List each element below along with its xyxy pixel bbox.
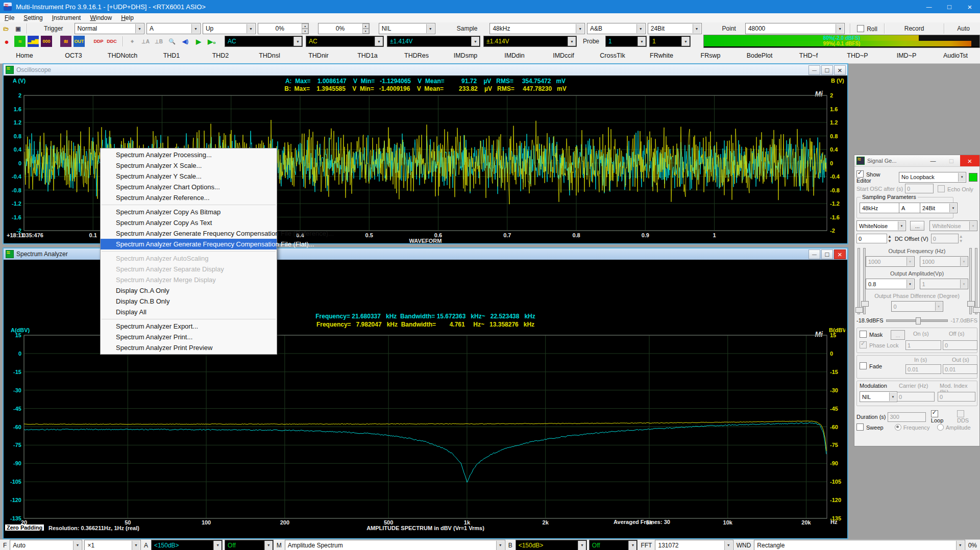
channels-combo[interactable]: A&B — [587, 23, 646, 34]
tab-thd~f[interactable]: THD~f — [784, 50, 833, 61]
spectrum-3d-icon[interactable]: ≋ — [60, 36, 71, 47]
menu-item-spectrum-analyzer-copy-as-bitmap[interactable]: Spectrum Analyzer Copy As Bitmap — [101, 207, 277, 217]
range-a-combo[interactable]: ±1.414V — [387, 36, 480, 47]
sample-rate-combo[interactable]: 48kHz — [489, 23, 585, 34]
mask-off-field[interactable]: 0 — [943, 340, 977, 350]
spectrum-analyzer-icon[interactable]: ▂▅▇ — [28, 36, 39, 47]
sound-device-icon[interactable]: ◀) — [180, 36, 191, 47]
amp-a-combo[interactable]: 0.8 — [866, 279, 915, 289]
modulation-combo[interactable]: NIL — [860, 391, 897, 402]
tab-audiotst[interactable]: AudioTst — [931, 50, 980, 61]
menu-item-spectrum-analyzer-x-scale[interactable]: Spectrum Analyzer X Scale... — [101, 160, 277, 171]
sweep-frequency-radio[interactable]: Frequency — [895, 424, 930, 431]
multimeter-icon[interactable]: 000 — [41, 36, 52, 47]
trigger-mode-combo[interactable]: Normal — [75, 23, 144, 34]
tab-thd1a[interactable]: THD1a — [343, 50, 392, 61]
trigger-hpf-combo[interactable]: NIL — [379, 23, 435, 34]
menu-item-display-ch-a-only[interactable]: Display Ch.A Only — [101, 285, 277, 296]
trigger-level-spinner[interactable]: 0%▲▼ — [258, 23, 309, 34]
menu-item-spectrum-analyzer-generate-frequency-compensation-file-flat[interactable]: Spectrum Analyzer Generate Frequency Com… — [101, 239, 277, 249]
tab-thdnotch[interactable]: THDNotch — [98, 50, 147, 61]
tab-imddin[interactable]: IMDdin — [490, 50, 539, 61]
fade-checkbox[interactable]: Fade — [860, 362, 882, 369]
mod-index-field[interactable]: 0 — [938, 392, 975, 402]
a-persistence-combo[interactable]: Off — [225, 540, 274, 550]
tab-crosstlk[interactable]: CrossTlk — [588, 50, 637, 61]
window-function-combo[interactable]: Rectangle — [754, 540, 965, 550]
menu-item-spectrum-analyzer-generate-frequency-compensation-file-reference[interactable]: Spectrum Analyzer Generate Frequency Com… — [101, 228, 277, 239]
carrier-field[interactable]: 0 — [897, 392, 935, 402]
tab-thd1[interactable]: THD1 — [147, 50, 196, 61]
amp-b-slider-outer[interactable] — [975, 248, 977, 314]
amp-b-slider-inner[interactable] — [969, 248, 972, 314]
tab-oct3[interactable]: OCT3 — [49, 50, 98, 61]
start-osc-field[interactable]: 0 — [905, 184, 934, 193]
scope-maximize-icon[interactable] — [821, 65, 833, 75]
ddc-editor-icon[interactable]: DDC — [106, 36, 117, 47]
mask-checkbox[interactable]: Mask — [860, 331, 883, 338]
probe-a-combo[interactable]: 1 — [605, 36, 647, 47]
frequency-compensation-combo[interactable]: Auto — [10, 540, 82, 550]
freq-a-combo[interactable]: 1000 — [866, 256, 915, 267]
freq-b-combo[interactable]: 1000 — [920, 256, 969, 267]
mask-more-button[interactable]: ... — [891, 330, 905, 340]
dds-checkbox[interactable]: DDS — [957, 410, 977, 423]
menu-setting[interactable]: Setting — [19, 13, 47, 22]
duration-field[interactable]: 300 — [888, 412, 925, 422]
coupling-a-combo[interactable]: AC — [225, 36, 303, 47]
auto-button[interactable]: Auto — [947, 25, 980, 32]
ddp-viewer-icon[interactable]: DDP — [93, 36, 104, 47]
tab-imdsmp[interactable]: IMDsmp — [441, 50, 490, 61]
amp-b-combo[interactable]: 1 — [920, 279, 969, 289]
trigger-edge-combo[interactable]: Up — [203, 23, 256, 34]
dbfs-slider[interactable] — [886, 319, 948, 322]
run-icon[interactable]: ▶ — [193, 36, 204, 47]
loop-checkbox[interactable]: Loop — [931, 410, 952, 423]
menu-item-spectrum-analyzer-copy-as-text[interactable]: Spectrum Analyzer Copy As Text — [101, 217, 277, 228]
display-mode-combo[interactable]: Amplitude Spectrum — [285, 540, 505, 550]
trigger-delay-spinner[interactable]: 0%▲▼ — [318, 23, 369, 34]
tab-thdnsl[interactable]: THDnsl — [245, 50, 294, 61]
b-persistence-combo[interactable]: Off — [589, 540, 638, 550]
window-close-icon[interactable] — [960, 0, 980, 13]
amp-a-slider-inner[interactable] — [863, 248, 866, 314]
record-button[interactable]: Record — [887, 25, 942, 32]
scope-close-icon[interactable] — [834, 65, 846, 75]
tab-thd~p[interactable]: THD~P — [833, 50, 882, 61]
tab-thd2[interactable]: THD2 — [196, 50, 245, 61]
phase-lock-checkbox[interactable]: Phase Lock — [860, 341, 898, 348]
menu-item-spectrum-analyzer-reference[interactable]: Spectrum Analyzer Reference... — [101, 192, 277, 203]
show-editor-checkbox[interactable]: Show Editor — [856, 170, 896, 184]
run-loop-icon[interactable]: ▶₀ — [206, 36, 217, 47]
menu-item-spectrum-analyzer-processing[interactable]: Spectrum Analyzer Processing... — [101, 149, 277, 160]
siggen-close-icon[interactable] — [960, 155, 979, 166]
phase-combo[interactable]: 0 — [891, 301, 943, 312]
menu-window[interactable]: Window — [85, 13, 116, 22]
tab-frswp[interactable]: FRswp — [686, 50, 735, 61]
tab-imd~p[interactable]: IMD~P — [882, 50, 931, 61]
sweep-amplitude-radio[interactable]: Amplitude — [937, 424, 971, 431]
menu-item-display-all[interactable]: Display All — [101, 307, 277, 317]
zoom-factor-combo[interactable]: ×1 — [84, 540, 140, 550]
open-file-icon[interactable]: 🗁 — [1, 23, 11, 34]
spectrum-maximize-icon[interactable] — [821, 249, 833, 259]
tab-imdccif[interactable]: IMDccif — [539, 50, 588, 61]
tab-home[interactable]: Home — [0, 50, 49, 61]
menu-item-spectrum-analyzer-export[interactable]: Spectrum Analyzer Export... — [101, 321, 277, 332]
fade-out-field[interactable]: 0.01 — [943, 364, 977, 374]
scope-minimize-icon[interactable] — [808, 65, 820, 75]
record-icon[interactable]: ● — [1, 36, 12, 47]
marker-b-icon[interactable]: ⊥B — [153, 36, 164, 47]
wave-b-combo[interactable]: WhiteNoise — [929, 220, 977, 231]
oscilloscope-titlebar[interactable]: Oscilloscope — [4, 64, 847, 76]
menu-item-display-ch-b-only[interactable]: Display Ch.B Only — [101, 296, 277, 307]
loopback-combo[interactable]: No Loopback — [899, 172, 966, 183]
fade-in-field[interactable]: 0.01 — [905, 364, 941, 374]
points-combo[interactable]: 48000 — [745, 23, 845, 34]
range-b-combo[interactable]: ±1.414V — [483, 36, 577, 47]
dc-a-spinner[interactable]: ▲▼ — [888, 234, 892, 243]
wave-more-button[interactable]: ... — [910, 221, 924, 231]
menu-item-spectrum-analyzer-print-preview[interactable]: Spectrum Analyzer Print Preview — [101, 342, 277, 353]
tab-frwhite[interactable]: FRwhite — [637, 50, 686, 61]
b-range-combo[interactable]: <150dB> — [516, 540, 587, 550]
